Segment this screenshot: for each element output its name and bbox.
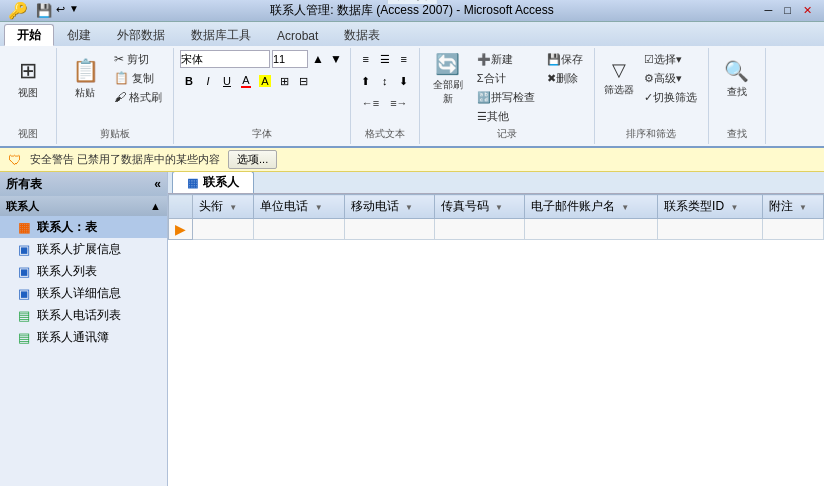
- table-tab-contacts[interactable]: ▦ 联系人: [172, 172, 254, 193]
- close-btn[interactable]: ✕: [799, 4, 816, 17]
- qa-dropdown[interactable]: ▼: [69, 3, 79, 18]
- form-icon-2: ▣: [16, 264, 32, 279]
- new-row-notes[interactable]: [762, 219, 823, 240]
- sort-arrow-type[interactable]: ▼: [730, 203, 738, 212]
- find-button[interactable]: 🔍 查找: [715, 50, 759, 108]
- align-bottom-button[interactable]: ⬇: [395, 72, 413, 90]
- ribbon: ⊞ 视图 视图 📋 粘贴 ✂ 剪切 📋 复制 🖌: [0, 46, 824, 148]
- grid-show-button[interactable]: ⊞: [275, 72, 293, 90]
- tab-dbtools[interactable]: 数据库工具: [178, 24, 264, 46]
- spell-button[interactable]: 🔡 拼写检查: [472, 88, 540, 106]
- nav-header[interactable]: 所有表 «: [0, 172, 167, 196]
- tab-external[interactable]: 外部数据: [104, 24, 178, 46]
- nav-item-label-3: 联系人详细信息: [37, 285, 121, 302]
- nav-item-contacts-directory[interactable]: ▤ 联系人通讯簿: [0, 326, 167, 348]
- nav-collapse-icon[interactable]: «: [154, 177, 161, 191]
- nav-item-contacts-extended[interactable]: ▣ 联系人扩展信息: [0, 238, 167, 260]
- nav-item-contacts-detail[interactable]: ▣ 联系人详细信息: [0, 282, 167, 304]
- sum-button[interactable]: Σ 合计: [472, 69, 540, 87]
- sort-arrow-title[interactable]: ▼: [229, 203, 237, 212]
- sort-arrow-mobile[interactable]: ▼: [405, 203, 413, 212]
- format-painter-button[interactable]: 🖌 格式刷: [109, 88, 167, 106]
- datasheet[interactable]: 头衔 ▼ 单位电话 ▼ 移动电话 ▼ 传真号码: [168, 194, 824, 486]
- refresh-button[interactable]: 🔄 全部刷新: [426, 50, 470, 108]
- refresh-icon: 🔄: [435, 52, 460, 76]
- sort-arrow-fax[interactable]: ▼: [495, 203, 503, 212]
- tab-create[interactable]: 创建: [54, 24, 104, 46]
- col-email[interactable]: 电子邮件账户名 ▼: [524, 195, 657, 219]
- toggle-filter-button[interactable]: ✓ 切换筛选: [639, 88, 702, 106]
- sum-label: 合计: [484, 71, 506, 86]
- sort-arrow-notes[interactable]: ▼: [799, 203, 807, 212]
- paste-icon: 📋: [72, 58, 99, 84]
- new-row-mobile[interactable]: [344, 219, 434, 240]
- qa-save[interactable]: 💾: [36, 3, 52, 18]
- indent-decrease-button[interactable]: ←≡: [357, 94, 384, 112]
- security-options-button[interactable]: 选项...: [228, 150, 277, 169]
- paste-button[interactable]: 📋 粘贴: [63, 50, 107, 108]
- delete-button[interactable]: ✖ 删除: [542, 69, 588, 87]
- sort-arrow-office[interactable]: ▼: [315, 203, 323, 212]
- tab-start[interactable]: 开始: [4, 24, 54, 46]
- tab-datasheet[interactable]: 数据表: [331, 24, 393, 46]
- nav-item-contacts-list[interactable]: ▣ 联系人列表: [0, 260, 167, 282]
- copy-icon: 📋: [114, 71, 129, 85]
- tab-acrobat[interactable]: Acrobat: [264, 24, 331, 46]
- new-row-fax[interactable]: [434, 219, 524, 240]
- col-mobile[interactable]: 移动电话 ▼: [344, 195, 434, 219]
- qa-undo[interactable]: ↩: [56, 3, 65, 18]
- advanced-button[interactable]: ⚙ 高级▾: [639, 69, 702, 87]
- sort-arrow-email[interactable]: ▼: [621, 203, 629, 212]
- font-color-button[interactable]: A: [237, 72, 255, 90]
- new-row-email[interactable]: [524, 219, 657, 240]
- italic-button[interactable]: I: [199, 72, 217, 90]
- new-row-office-phone[interactable]: [254, 219, 344, 240]
- view-button[interactable]: ⊞ 视图: [6, 50, 50, 108]
- more-button[interactable]: ☰ 其他: [472, 107, 540, 125]
- grid-hide-button[interactable]: ⊟: [294, 72, 312, 90]
- advanced-icon: ⚙: [644, 72, 654, 85]
- data-table: 头衔 ▼ 单位电话 ▼ 移动电话 ▼ 传真号码: [168, 194, 824, 240]
- copy-label: 复制: [132, 71, 154, 86]
- bold-button[interactable]: B: [180, 72, 198, 90]
- ribbon-group-view: ⊞ 视图 视图: [0, 48, 57, 144]
- nav-item-contacts-phonelist[interactable]: ▤ 联系人电话列表: [0, 304, 167, 326]
- align-left-button[interactable]: ≡: [357, 50, 375, 68]
- more-label: 其他: [487, 109, 509, 124]
- save-record-button[interactable]: 💾 保存: [542, 50, 588, 68]
- new-row-title[interactable]: [193, 219, 254, 240]
- new-row-contact-type[interactable]: [658, 219, 763, 240]
- align-middle-button[interactable]: ↕: [376, 72, 394, 90]
- group-records-label: 记录: [497, 127, 517, 142]
- ribbon-tabs: 开始 创建 外部数据 数据库工具 Acrobat 数据表: [0, 22, 824, 46]
- align-top-button[interactable]: ⬆: [357, 72, 375, 90]
- align-right-button[interactable]: ≡: [395, 50, 413, 68]
- nav-section-collapse[interactable]: ▲: [150, 200, 161, 212]
- col-fax[interactable]: 传真号码 ▼: [434, 195, 524, 219]
- select-label: 选择▾: [654, 52, 682, 67]
- cut-button[interactable]: ✂ 剪切: [109, 50, 167, 68]
- font-size-inc[interactable]: ▲: [310, 52, 326, 66]
- col-contact-type[interactable]: 联系类型ID ▼: [658, 195, 763, 219]
- new-record-button[interactable]: ➕ 新建: [472, 50, 540, 68]
- col-notes[interactable]: 附注 ▼: [762, 195, 823, 219]
- filter-button[interactable]: ▽ 筛选器: [601, 50, 637, 105]
- indent-increase-button[interactable]: ≡→: [385, 94, 412, 112]
- view-label: 视图: [18, 86, 38, 100]
- copy-button[interactable]: 📋 复制: [109, 69, 167, 87]
- select-button[interactable]: ☑ 选择▾: [639, 50, 702, 68]
- nav-section-contacts[interactable]: 联系人 ▲: [0, 196, 167, 216]
- highlight-button[interactable]: A: [256, 72, 274, 90]
- save-icon: 💾: [547, 53, 561, 66]
- nav-item-contacts-table[interactable]: ▦ 联系人：表: [0, 216, 167, 238]
- underline-button[interactable]: U: [218, 72, 236, 90]
- col-office-phone[interactable]: 单位电话 ▼: [254, 195, 344, 219]
- font-size-input[interactable]: [272, 50, 308, 68]
- align-center-button[interactable]: ☰: [376, 50, 394, 68]
- font-name-input[interactable]: [180, 50, 270, 68]
- minimize-btn[interactable]: ─: [761, 4, 777, 17]
- maximize-btn[interactable]: □: [780, 4, 795, 17]
- nav-item-label-4: 联系人电话列表: [37, 307, 121, 324]
- col-title[interactable]: 头衔 ▼: [193, 195, 254, 219]
- font-size-dec[interactable]: ▼: [328, 52, 344, 66]
